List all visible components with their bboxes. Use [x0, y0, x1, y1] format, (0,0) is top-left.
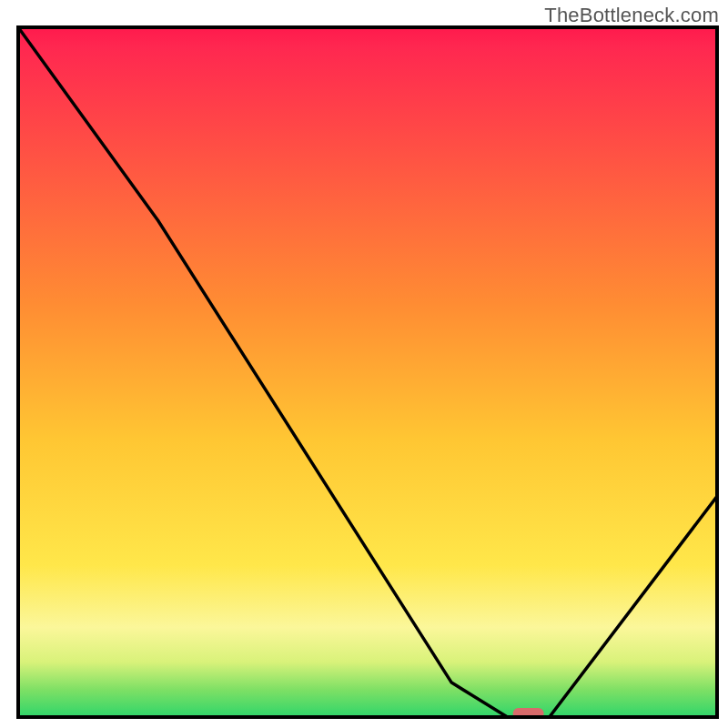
- plot-background: [18, 27, 717, 717]
- watermark-text: TheBottleneck.com: [544, 4, 719, 27]
- chart-container: TheBottleneck.com: [0, 0, 728, 728]
- bottleneck-chart: [0, 0, 728, 728]
